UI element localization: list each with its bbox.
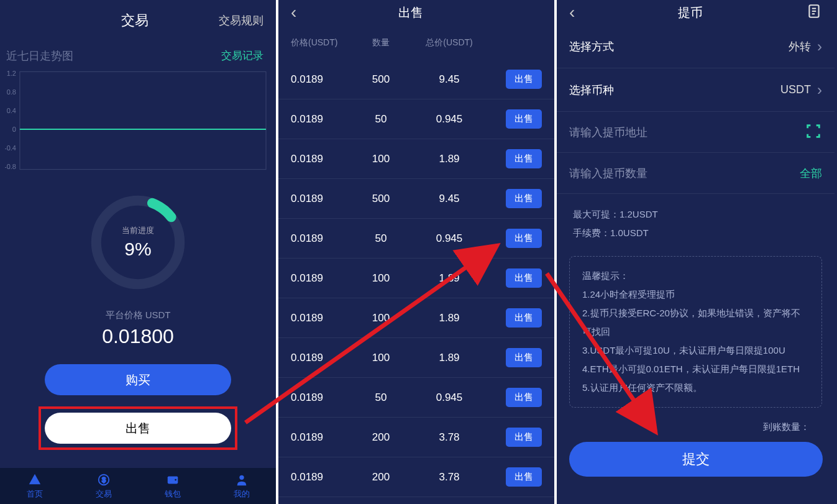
trade-icon: $	[96, 472, 111, 487]
cell-total: 0.945	[409, 232, 490, 245]
panel3-header: ‹ 提币	[557, 0, 835, 25]
col-total: 总价(USDT)	[409, 37, 490, 48]
trend-chart: 1.2 0.8 0.4 0 -0.4 -0.8 07/05 07/06 07/0…	[0, 68, 276, 174]
history-link[interactable]: 交易记录	[221, 48, 263, 63]
address-input[interactable]: 请输入提币地址	[569, 125, 647, 140]
cell-qty: 500	[353, 73, 409, 86]
table-row: 0.01891001.89出售	[278, 139, 554, 179]
trade-screen: 交易 交易规则 近七日走势图 交易记录 1.2 0.8 0.4 0 -0.4 -…	[0, 0, 278, 504]
row-sell-button[interactable]: 出售	[506, 109, 542, 129]
tab-trade[interactable]: $ 交易	[96, 472, 112, 500]
withdraw-screen: ‹ 提币 选择方式 外转 › 选择币种 USDT › 请输入提币地址 请输入提币…	[557, 0, 835, 504]
all-button[interactable]: 全部	[800, 166, 822, 181]
tip-line: 3.USDT最小可提10U，未认证用户每日限提100U	[582, 341, 809, 360]
coin-label: 选择币种	[569, 83, 614, 98]
tip-line: 1.24小时全程受理提币	[582, 285, 809, 304]
cell-price: 0.0189	[291, 431, 353, 444]
scan-icon[interactable]	[805, 122, 822, 142]
cell-total: 0.945	[409, 392, 490, 404]
table-row: 0.01895009.45出售	[278, 60, 554, 99]
svg-text:0.8: 0.8	[7, 88, 16, 96]
cell-total: 1.89	[409, 312, 490, 324]
table-row: 0.01892003.78出售	[278, 457, 554, 497]
row-sell-button[interactable]: 出售	[506, 70, 542, 89]
cell-price: 0.0189	[291, 193, 353, 205]
table-row: 0.0189500.945出售	[278, 219, 554, 259]
method-label: 选择方式	[569, 39, 614, 54]
progress-percent: 9%	[122, 239, 154, 260]
row-sell-button[interactable]: 出售	[506, 268, 542, 288]
tab-home[interactable]: 首页	[27, 472, 43, 500]
price-value: 0.01800	[0, 325, 276, 348]
row-sell-button[interactable]: 出售	[506, 348, 542, 367]
tab-wallet[interactable]: 钱包	[165, 472, 181, 500]
cell-qty: 50	[353, 392, 409, 404]
quantity-input-row[interactable]: 请输入提币数量 全部	[557, 153, 835, 194]
coin-value: USDT	[780, 83, 811, 96]
row-sell-button[interactable]: 出售	[506, 229, 542, 248]
back-button[interactable]: ‹	[291, 2, 296, 22]
row-sell-button[interactable]: 出售	[506, 149, 542, 168]
row-sell-button[interactable]: 出售	[506, 428, 542, 447]
submit-button[interactable]: 提交	[569, 442, 823, 477]
tip-line: 4.ETH最小可提0.01ETH，未认证用户每日限提1ETH	[582, 360, 809, 378]
tab-label: 我的	[234, 488, 250, 500]
method-value: 外转	[789, 39, 811, 54]
svg-point-20	[175, 479, 176, 481]
svg-text:0: 0	[12, 126, 16, 133]
svg-text:$: $	[101, 476, 105, 483]
row-sell-button[interactable]: 出售	[506, 467, 542, 487]
tips-box: 温馨提示： 1.24小时全程受理提币 2.提币只接受ERC-20协议，如果地址错…	[569, 256, 822, 408]
method-row[interactable]: 选择方式 外转 ›	[557, 25, 835, 68]
panel2-header: ‹ 出售	[278, 0, 554, 25]
address-input-row[interactable]: 请输入提币地址	[557, 112, 835, 153]
rules-link[interactable]: 交易规则	[219, 13, 263, 28]
cell-price: 0.0189	[291, 352, 353, 364]
back-button[interactable]: ‹	[569, 2, 575, 22]
col-price: 价格(USDT)	[291, 37, 353, 48]
tab-profile[interactable]: 我的	[234, 472, 250, 500]
row-sell-button[interactable]: 出售	[506, 189, 542, 208]
buy-button[interactable]: 购买	[45, 364, 231, 395]
row-sell-button[interactable]: 出售	[506, 388, 542, 407]
cell-qty: 50	[353, 113, 409, 126]
tab-label: 首页	[27, 488, 43, 500]
tip-line: 2.提币只接受ERC-20协议，如果地址错误，资产将不可找回	[582, 304, 809, 341]
arrive-amount-label: 到账数量：	[557, 408, 835, 433]
cell-total: 9.45	[409, 193, 490, 205]
svg-text:0.4: 0.4	[7, 107, 16, 114]
price-label: 平台价格 USDT	[0, 309, 276, 321]
cell-qty: 100	[353, 312, 409, 324]
price-area: 平台价格 USDT 0.01800	[0, 309, 276, 348]
cell-price: 0.0189	[291, 471, 353, 483]
svg-text:-0.8: -0.8	[5, 163, 16, 170]
cell-qty: 50	[353, 232, 409, 245]
order-list[interactable]: 0.01895009.45出售0.0189500.945出售0.01891001…	[278, 60, 554, 497]
table-header: 价格(USDT) 数量 总价(USDT)	[278, 25, 554, 60]
cell-qty: 200	[353, 431, 409, 444]
cell-qty: 500	[353, 193, 409, 205]
records-icon[interactable]	[806, 3, 822, 22]
chart-title: 近七日走势图	[6, 48, 73, 63]
cell-total: 9.45	[409, 73, 490, 86]
tab-label: 钱包	[165, 488, 181, 500]
table-row: 0.01891001.89出售	[278, 338, 554, 378]
tab-label: 交易	[96, 488, 112, 500]
cell-qty: 100	[353, 153, 409, 165]
fee-label: 手续费：1.0USDT	[573, 224, 818, 242]
cell-total: 1.89	[409, 352, 490, 364]
cell-price: 0.0189	[291, 312, 353, 324]
row-sell-button[interactable]: 出售	[506, 308, 542, 328]
svg-rect-6	[20, 71, 266, 169]
sell-button[interactable]: 出售	[45, 413, 231, 444]
quantity-input[interactable]: 请输入提币数量	[569, 166, 647, 181]
coin-row[interactable]: 选择币种 USDT ›	[557, 68, 835, 112]
progress-ring: 当前进度 9%	[0, 193, 276, 292]
bottom-tabbar: 首页 $ 交易 钱包 我的	[0, 468, 276, 504]
page-title: 交易	[121, 11, 149, 30]
cell-price: 0.0189	[291, 392, 353, 404]
sell-button-highlight: 出售	[39, 406, 237, 450]
cell-total: 3.78	[409, 471, 490, 483]
table-row: 0.0189500.945出售	[278, 99, 554, 139]
cell-qty: 100	[353, 272, 409, 285]
